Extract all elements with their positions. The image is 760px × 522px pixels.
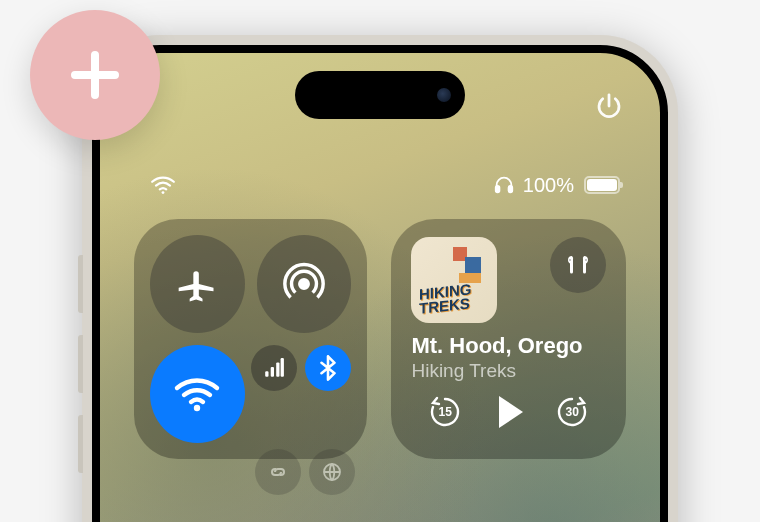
status-bar: 100% bbox=[100, 169, 660, 201]
svg-rect-6 bbox=[271, 367, 274, 377]
svg-point-3 bbox=[300, 280, 308, 288]
skip-back-button[interactable]: 15 bbox=[427, 394, 463, 430]
headphones-icon bbox=[493, 174, 515, 196]
phone-frame: 100% bbox=[82, 35, 678, 522]
add-button[interactable] bbox=[30, 10, 160, 140]
now-playing-artwork: HIKING TREKS bbox=[411, 237, 497, 323]
svg-point-11 bbox=[585, 259, 587, 261]
svg-rect-8 bbox=[281, 358, 284, 377]
svg-rect-5 bbox=[266, 371, 269, 377]
airplane-mode-toggle[interactable] bbox=[150, 235, 245, 333]
control-center: HIKING TREKS Mt. Hood, Ore bbox=[134, 219, 626, 459]
svg-rect-1 bbox=[496, 186, 500, 192]
skip-forward-button[interactable]: 30 bbox=[554, 394, 590, 430]
personal-hotspot-toggle[interactable] bbox=[255, 449, 301, 495]
wifi-toggle[interactable] bbox=[150, 345, 245, 443]
battery-text: 100% bbox=[523, 174, 574, 197]
side-button[interactable] bbox=[78, 415, 83, 473]
cellular-toggle[interactable] bbox=[251, 345, 297, 391]
svg-rect-7 bbox=[277, 363, 280, 377]
power-icon[interactable] bbox=[594, 91, 624, 121]
now-playing-subtitle: Hiking Treks bbox=[411, 360, 606, 382]
connectivity-panel[interactable] bbox=[134, 219, 367, 459]
skip-back-seconds: 15 bbox=[427, 394, 463, 430]
bluetooth-toggle[interactable] bbox=[305, 345, 351, 391]
airdrop-toggle[interactable] bbox=[257, 235, 352, 333]
svg-point-10 bbox=[569, 259, 571, 261]
svg-point-0 bbox=[162, 191, 165, 194]
svg-point-4 bbox=[194, 405, 200, 411]
play-button[interactable] bbox=[495, 396, 523, 428]
dynamic-island bbox=[295, 71, 465, 119]
audio-output-button[interactable] bbox=[550, 237, 606, 293]
vpn-toggle[interactable] bbox=[309, 449, 355, 495]
screen: 100% bbox=[92, 45, 668, 522]
now-playing-panel[interactable]: HIKING TREKS Mt. Hood, Ore bbox=[391, 219, 626, 459]
skip-forward-seconds: 30 bbox=[554, 394, 590, 430]
volume-up-button[interactable] bbox=[78, 255, 83, 313]
now-playing-title: Mt. Hood, Orego bbox=[411, 333, 606, 359]
battery-icon bbox=[584, 176, 620, 194]
volume-down-button[interactable] bbox=[78, 335, 83, 393]
svg-rect-2 bbox=[508, 186, 512, 192]
wifi-status-icon bbox=[150, 175, 176, 195]
